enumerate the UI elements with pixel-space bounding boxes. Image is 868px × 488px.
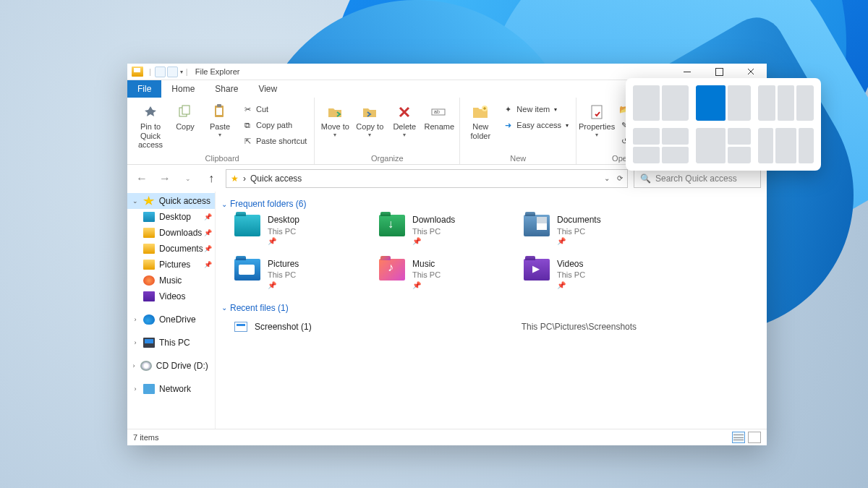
paste-shortcut-button[interactable]: ⇱Paste shortcut	[239, 134, 310, 148]
tab-file[interactable]: File	[127, 80, 161, 98]
move-to-button[interactable]: Move to▾	[319, 100, 351, 138]
cd-icon	[140, 361, 152, 371]
pin-icon: 📌	[268, 281, 299, 290]
folder-item-music[interactable]: Music This PC 📌	[379, 259, 495, 290]
ribbon-group-clipboard: Pin to Quick access Copy Paste ▾ ✂Cut ⧉C…	[130, 98, 315, 164]
chevron-right-icon: ›	[132, 362, 136, 369]
address-dropdown-icon[interactable]: ⌄	[604, 174, 610, 182]
up-button[interactable]: ↑	[203, 170, 220, 187]
section-frequent-folders[interactable]: ⌄ Frequent folders (6)	[221, 199, 757, 209]
tab-share[interactable]: Share	[205, 80, 248, 98]
new-item-button[interactable]: ✦New item▾	[499, 102, 571, 116]
sidebar-item-music[interactable]: Music	[127, 273, 215, 288]
snap-layout-4[interactable]	[633, 128, 689, 163]
snap-layout-5[interactable]	[696, 128, 752, 163]
section-recent-files[interactable]: ⌄ Recent files (1)	[221, 303, 757, 313]
sidebar-item-pictures[interactable]: Pictures📌	[127, 257, 215, 273]
folder-item-pictures[interactable]: Pictures This PC 📌	[234, 259, 350, 290]
copy-path-button[interactable]: ⧉Copy path	[239, 118, 310, 132]
tab-home[interactable]: Home	[161, 80, 205, 98]
rename-button[interactable]: ab Rename	[423, 100, 455, 132]
chevron-down-icon: ⌄	[132, 197, 139, 205]
star-icon	[143, 196, 155, 206]
snap-layout-3[interactable]	[758, 85, 814, 121]
pc-icon	[143, 338, 155, 348]
sidebar-item-this-pc[interactable]: › This PC	[127, 335, 215, 351]
videos-icon	[143, 291, 155, 301]
folder-name: Videos	[557, 259, 585, 270]
qat-properties-button[interactable]	[155, 67, 166, 77]
qat-customize-icon[interactable]: ▾	[180, 69, 183, 75]
svg-rect-4	[216, 108, 222, 115]
copy-button[interactable]: Copy	[169, 100, 201, 132]
recent-locations-button[interactable]: ⌄	[179, 170, 197, 187]
folder-item-documents[interactable]: Documents This PC 📌	[524, 215, 639, 246]
address-bar[interactable]: ★ › Quick access ⌄ ⟳	[226, 169, 628, 188]
sidebar-item-downloads[interactable]: Downloads📌	[127, 225, 215, 241]
snap-layout-6[interactable]	[758, 128, 814, 163]
copy-icon	[174, 102, 196, 122]
folder-name: Documents	[557, 215, 601, 226]
delete-icon	[393, 102, 415, 122]
search-box[interactable]: 🔍 Search Quick access	[634, 169, 761, 188]
window-title: File Explorer	[195, 67, 240, 76]
downloads-icon	[143, 228, 155, 238]
paste-icon	[209, 102, 231, 122]
folder-item-videos[interactable]: Videos This PC 📌	[524, 259, 639, 290]
sidebar-item-onedrive[interactable]: › OneDrive	[127, 312, 215, 328]
pin-quick-access-button[interactable]: Pin to Quick access	[135, 100, 166, 150]
sidebar-item-quick-access[interactable]: ⌄ Quick access	[127, 193, 215, 209]
move-to-icon	[324, 102, 346, 122]
paste-button[interactable]: Paste ▾	[204, 100, 236, 138]
easy-access-icon: ➜	[502, 119, 514, 131]
forward-button[interactable]: →	[156, 170, 174, 187]
sidebar-item-network[interactable]: › Network	[127, 381, 215, 397]
sidebar-item-documents[interactable]: Documents📌	[127, 241, 215, 257]
ribbon-group-organize: Move to▾ Copy to▾ Delete▾ ab Rename Orga…	[315, 98, 460, 164]
easy-access-button[interactable]: ➜Easy access▾	[499, 118, 571, 132]
folder-location: This PC	[268, 226, 299, 236]
snap-layouts-flyout	[626, 78, 821, 171]
downloads-folder-icon	[379, 215, 405, 236]
qat-new-folder-button[interactable]	[167, 67, 178, 77]
pin-icon: 📌	[204, 229, 212, 236]
folder-item-desktop[interactable]: Desktop This PC 📌	[234, 215, 350, 246]
details-view-button[interactable]	[732, 432, 745, 443]
folder-location: This PC	[268, 270, 299, 280]
folder-location: This PC	[557, 226, 601, 236]
cut-button[interactable]: ✂Cut	[239, 102, 310, 116]
copy-to-icon	[359, 102, 380, 122]
folder-item-downloads[interactable]: Downloads This PC 📌	[379, 215, 495, 246]
large-icons-view-button[interactable]	[748, 432, 761, 443]
snap-layout-1[interactable]	[633, 85, 689, 121]
chevron-right-icon: ›	[132, 339, 139, 346]
pictures-icon	[143, 260, 155, 270]
new-folder-icon	[469, 102, 491, 122]
new-folder-button[interactable]: New folder	[464, 100, 496, 140]
content-pane[interactable]: ⌄ Frequent folders (6) Desktop This PC 📌…	[216, 192, 767, 429]
properties-button[interactable]: Properties▾	[581, 100, 613, 138]
sidebar-item-videos[interactable]: Videos	[127, 288, 215, 304]
copy-to-button[interactable]: Copy to▾	[354, 100, 386, 138]
delete-button[interactable]: Delete▾	[388, 100, 420, 138]
network-icon	[143, 384, 155, 394]
star-icon: ★	[231, 174, 239, 184]
snap-layout-2[interactable]	[696, 85, 752, 121]
back-button[interactable]: ←	[133, 170, 150, 187]
desktop-icon	[143, 212, 155, 222]
music-icon	[143, 275, 155, 286]
tab-view[interactable]: View	[248, 80, 287, 98]
chevron-down-icon: ⌄	[221, 200, 227, 208]
recent-file-item[interactable]: Screenshot (1) This PC\Pictures\Screensh…	[221, 319, 757, 335]
sidebar-item-desktop[interactable]: Desktop📌	[127, 209, 215, 225]
refresh-button[interactable]: ⟳	[617, 174, 623, 182]
chevron-down-icon: ⌄	[221, 304, 227, 312]
address-location[interactable]: Quick access	[250, 174, 302, 184]
properties-icon	[586, 102, 608, 122]
sidebar-item-cd-drive[interactable]: › CD Drive (D:) VirtualBox	[127, 358, 215, 374]
documents-folder-icon	[524, 215, 550, 236]
recent-file-name: Screenshot (1)	[255, 322, 312, 332]
navigation-pane[interactable]: ⌄ Quick access Desktop📌 Downloads📌 Docum…	[127, 192, 216, 429]
ribbon-group-new: New folder ✦New item▾ ➜Easy access▾ New	[460, 98, 576, 164]
videos-folder-icon	[524, 259, 550, 281]
